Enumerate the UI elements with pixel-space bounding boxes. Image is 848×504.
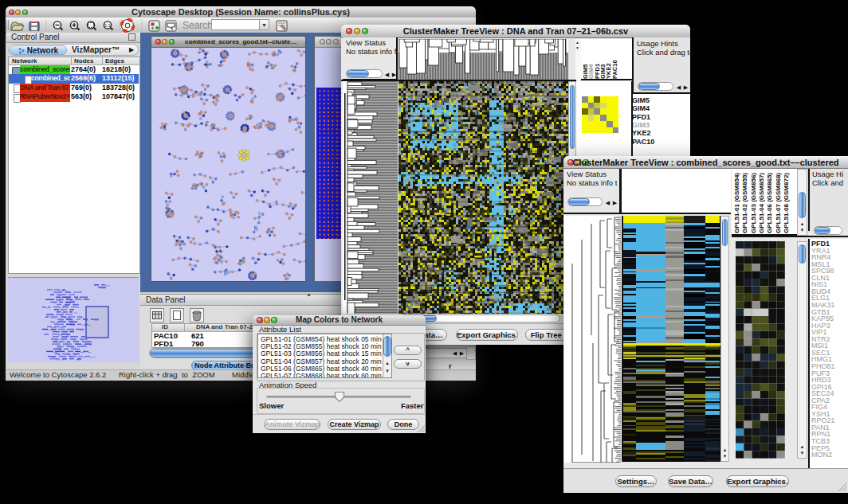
svg-text:1:1: 1:1	[104, 23, 111, 28]
